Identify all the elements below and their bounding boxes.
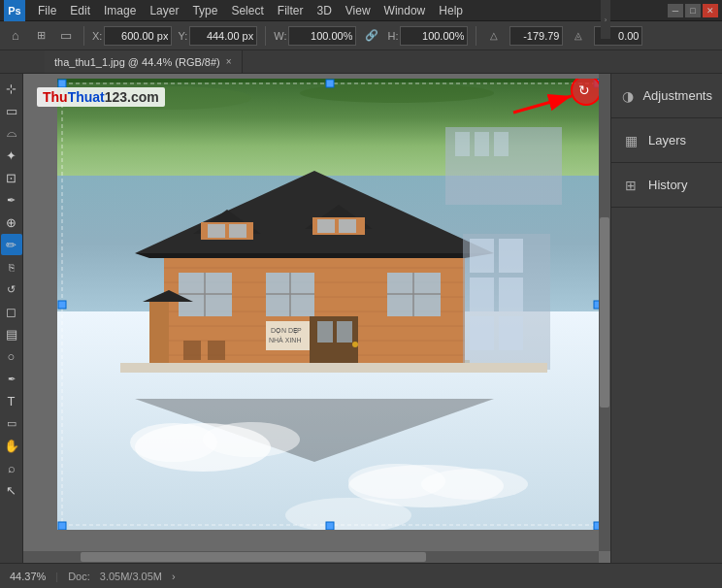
y-field: Y:: [178, 26, 257, 46]
svg-rect-71: [58, 301, 66, 309]
svg-rect-27: [317, 219, 335, 233]
panel-history[interactable]: ⊞ History: [611, 163, 722, 208]
y-label: Y:: [178, 30, 187, 42]
svg-rect-39: [317, 321, 333, 343]
status-arrow[interactable]: ›: [172, 571, 176, 582]
horizontal-scrollbar[interactable]: [23, 551, 599, 563]
close-button[interactable]: ✕: [703, 4, 718, 17]
w-field: W:: [274, 26, 356, 46]
tool-lasso[interactable]: ⌓: [1, 122, 22, 144]
svg-rect-52: [470, 239, 494, 273]
window-controls: ─ □ ✕: [668, 4, 718, 17]
panel-layers[interactable]: ▦ Layers: [611, 118, 722, 163]
main-layout: ⊹ ▭ ⌓ ✦ ⊡ ✒ ⊕ ✏ ⎘ ↺ ◻ ▤ ○ ✒ T ▭ ✋ ⌕ ↖ Th…: [0, 74, 722, 563]
svg-rect-69: [326, 80, 334, 87]
tool-heal[interactable]: ⊕: [1, 212, 22, 233]
right-panel: ◑ Adjustments ▦ Layers ⊞ History: [610, 74, 722, 563]
doc-value: 3.05M/3.05M: [100, 571, 162, 582]
menu-help[interactable]: Help: [432, 2, 470, 19]
doc-label: Doc:: [68, 571, 90, 582]
menu-filter[interactable]: Filter: [271, 2, 311, 19]
tool-history-brush[interactable]: ↺: [1, 278, 22, 300]
status-bar: 44.37% | Doc: 3.05M/3.05M ›: [0, 563, 722, 588]
tool-move[interactable]: ⊹: [1, 78, 22, 99]
menu-edit[interactable]: Edit: [63, 2, 97, 19]
minimize-button[interactable]: ─: [668, 4, 683, 17]
svg-marker-20: [135, 253, 494, 258]
x-input[interactable]: [104, 26, 172, 46]
h-label: H:: [387, 30, 398, 42]
tool-text[interactable]: T: [1, 390, 22, 411]
tool-hand[interactable]: ✋: [1, 435, 22, 456]
toolbar: ⊹ ▭ ⌓ ✦ ⊡ ✒ ⊕ ✏ ⎘ ↺ ◻ ▤ ○ ✒ T ▭ ✋ ⌕ ↖: [0, 74, 23, 563]
document-tab[interactable]: tha_thu1_1.jpg @ 44.4% (RGB/8#) ×: [45, 50, 243, 73]
svg-rect-28: [339, 219, 356, 233]
tool-arrow[interactable]: ↖: [1, 479, 22, 501]
svg-rect-53: [499, 239, 523, 273]
tool-pen[interactable]: ✒: [1, 368, 22, 389]
divider-1: [83, 26, 84, 46]
svg-rect-40: [337, 321, 352, 343]
h-input[interactable]: [400, 26, 468, 46]
tool-eyedropper[interactable]: ✒: [1, 189, 22, 211]
adjustments-label: Adjustments: [642, 88, 712, 103]
tool-zoom[interactable]: ⌕: [1, 457, 22, 478]
svg-rect-57: [499, 316, 523, 350]
vertical-scroll-thumb[interactable]: [600, 217, 609, 408]
watermark-thuat: Thuat: [68, 89, 105, 105]
menu-window[interactable]: Window: [377, 2, 433, 19]
watermark: ThuThuat123.com: [37, 87, 165, 107]
menu-3d[interactable]: 3D: [310, 2, 338, 19]
divider-2: [265, 26, 266, 46]
svg-rect-68: [58, 80, 66, 87]
panel-adjustments[interactable]: ◑ Adjustments: [611, 74, 722, 118]
tool-shape[interactable]: ▭: [1, 412, 22, 434]
horizontal-scroll-thumb[interactable]: [81, 552, 426, 562]
menu-select[interactable]: Select: [224, 2, 270, 19]
menu-layer[interactable]: Layer: [143, 2, 185, 19]
svg-rect-50: [208, 341, 225, 360]
history-icon: ⊞: [621, 176, 640, 195]
svg-rect-23: [208, 224, 225, 238]
tool-gradient[interactable]: ▤: [1, 323, 22, 344]
svg-rect-47: [149, 302, 169, 370]
svg-point-41: [352, 342, 358, 347]
menu-file[interactable]: File: [31, 2, 63, 19]
menu-type[interactable]: Type: [185, 2, 224, 19]
layers-icon: ▦: [621, 131, 640, 150]
y-input[interactable]: [189, 26, 257, 46]
vertical-scrollbar[interactable]: [599, 74, 610, 551]
angle2-icon: ◬: [569, 26, 588, 46]
tab-close-button[interactable]: ×: [226, 56, 232, 67]
svg-rect-74: [326, 522, 334, 530]
tool-brush[interactable]: ✏: [1, 234, 22, 255]
tool-eraser[interactable]: ◻: [1, 301, 22, 322]
tool-rect-marquee[interactable]: ▭: [1, 100, 22, 121]
tool-dodge[interactable]: ○: [1, 345, 22, 367]
svg-text:DỌN DẸP: DỌN DẸP: [271, 327, 302, 335]
maximize-button[interactable]: □: [685, 4, 701, 17]
svg-rect-24: [229, 224, 246, 238]
svg-rect-42: [266, 321, 310, 350]
h-field: H:: [387, 26, 468, 46]
menu-image[interactable]: Image: [97, 2, 143, 19]
history-label: History: [648, 178, 687, 192]
svg-point-65: [421, 469, 528, 500]
angle-input[interactable]: [509, 26, 563, 46]
link-icon[interactable]: 🔗: [362, 26, 381, 46]
w-input[interactable]: [288, 26, 356, 46]
svg-rect-9: [494, 132, 509, 156]
zoom-level: 44.37%: [10, 571, 46, 582]
w-label: W:: [274, 30, 286, 42]
svg-rect-54: [470, 278, 494, 311]
svg-rect-56: [470, 316, 494, 350]
svg-point-62: [203, 422, 300, 457]
tool-stamp[interactable]: ⎘: [1, 256, 22, 278]
angle-icon: △: [484, 26, 504, 46]
panel-collapse-button[interactable]: ›: [601, 0, 610, 39]
transform-icon: ⊞: [31, 26, 50, 46]
tool-crop[interactable]: ⊡: [1, 167, 22, 188]
menu-view[interactable]: View: [339, 2, 377, 19]
svg-rect-49: [183, 341, 201, 360]
tool-quick-select[interactable]: ✦: [1, 145, 22, 166]
